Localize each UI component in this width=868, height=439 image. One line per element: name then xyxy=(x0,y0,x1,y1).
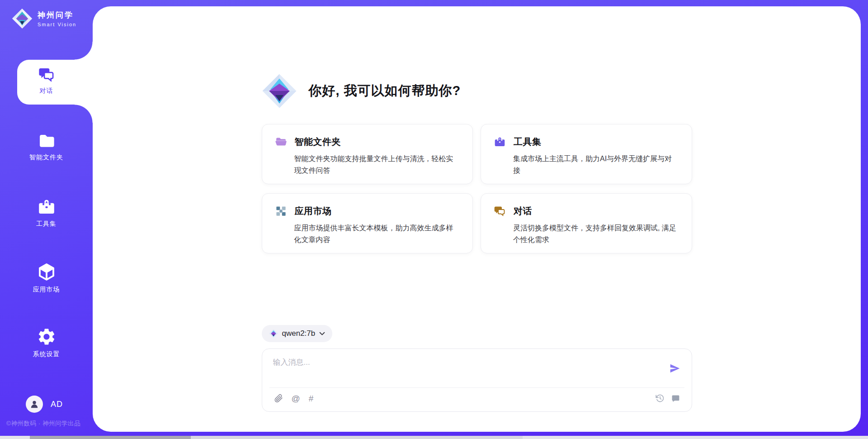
history-button[interactable] xyxy=(656,394,665,403)
card-description: 集成市场上主流工具，助力AI与外界无缝扩展与对接 xyxy=(513,153,679,176)
feedback-button[interactable] xyxy=(671,394,680,403)
feature-cards: 智能文件夹 智能文件夹功能支持批量文件上传与清洗，轻松实现文件问答 xyxy=(262,124,692,253)
card-chat[interactable]: 对话 灵活切换多模型文件，支持多样回复效果调试, 满足个性化需求 xyxy=(481,193,692,253)
gear-icon xyxy=(37,327,57,347)
card-title: 应用市场 xyxy=(295,205,332,217)
card-title: 工具集 xyxy=(514,136,542,148)
feedback-chat-icon xyxy=(671,394,680,403)
card-title: 对话 xyxy=(514,205,532,217)
sidebar-item-label: 系统设置 xyxy=(33,350,60,358)
folder-open-icon xyxy=(275,136,287,148)
chat-bubbles-icon xyxy=(494,205,506,217)
sidebar-item-toolbox[interactable]: 工具集 xyxy=(0,197,93,228)
folder-icon xyxy=(38,132,56,150)
copyright-text: ©神州数码 · 神州问学出品 xyxy=(6,420,94,428)
toolbox-icon xyxy=(37,197,56,216)
avatar xyxy=(26,396,43,413)
sidebar-item-settings[interactable]: 系统设置 xyxy=(0,327,93,358)
sidebar: 神州问学 Smart Vision 对话 智能文件夹 xyxy=(0,0,93,439)
card-toolbox[interactable]: 工具集 集成市场上主流工具，助力AI与外界无缝扩展与对接 xyxy=(481,124,692,184)
card-description: 应用市场提供丰富长文本模板，助力高效生成多样化文章内容 xyxy=(294,222,460,245)
composer-toolbar: @ # xyxy=(274,394,680,403)
hero-diamond-logo-icon xyxy=(262,73,297,109)
model-selector[interactable]: qwen2:7b xyxy=(262,325,333,342)
sidebar-item-label: 工具集 xyxy=(36,220,57,228)
briefcase-icon xyxy=(494,136,506,148)
card-title: 智能文件夹 xyxy=(295,136,341,148)
sidebar-item-label: 智能文件夹 xyxy=(29,153,63,162)
brand-logo-diamond-icon xyxy=(12,8,33,29)
brand: 神州问学 Smart Vision xyxy=(12,8,76,29)
app-grid-icon xyxy=(275,205,287,217)
user-profile[interactable]: AD xyxy=(26,396,63,413)
cube-icon xyxy=(37,262,57,282)
sidebar-item-label: 对话 xyxy=(40,87,53,95)
scrollbar-track-segment xyxy=(191,436,523,439)
model-name: qwen2:7b xyxy=(282,329,316,338)
card-description: 智能文件夹功能支持批量文件上传与清洗，轻松实现文件问答 xyxy=(294,153,460,176)
sidebar-item-app-market[interactable]: 应用市场 xyxy=(0,262,93,294)
send-icon xyxy=(669,363,681,374)
chat-icon xyxy=(38,66,55,83)
history-icon xyxy=(656,394,665,403)
chevron-down-icon xyxy=(319,332,325,336)
main-panel: 你好, 我可以如何帮助你? 智能文件夹 智能文件夹功能支持批量文件上传与清洗，轻… xyxy=(93,6,861,432)
message-input-box: @ # xyxy=(262,348,692,412)
message-input[interactable] xyxy=(273,357,653,385)
composer-area: qwen2:7b xyxy=(262,325,692,412)
card-app-market[interactable]: 应用市场 应用市场提供丰富长文本模板，助力高效生成多样化文章内容 xyxy=(262,193,473,253)
card-smart-folder[interactable]: 智能文件夹 智能文件夹功能支持批量文件上传与清洗，轻松实现文件问答 xyxy=(262,124,473,184)
attachment-button[interactable] xyxy=(274,394,283,403)
sidebar-item-chat[interactable]: 对话 xyxy=(0,66,93,95)
send-button[interactable] xyxy=(669,363,681,374)
brand-subtitle: Smart Vision xyxy=(38,22,76,27)
greeting-block: 你好, 我可以如何帮助你? xyxy=(262,73,461,109)
card-description: 灵活切换多模型文件，支持多样回复效果调试, 满足个性化需求 xyxy=(513,222,679,245)
sidebar-item-label: 应用市场 xyxy=(33,286,60,294)
user-name: AD xyxy=(51,400,63,409)
person-icon xyxy=(29,399,40,410)
greeting-title: 你好, 我可以如何帮助你? xyxy=(309,82,461,100)
hashtag-button[interactable]: # xyxy=(309,394,314,403)
mention-button[interactable]: @ xyxy=(292,394,300,403)
horizontal-scrollbar[interactable] xyxy=(0,436,868,439)
sidebar-item-smart-folder[interactable]: 智能文件夹 xyxy=(0,132,93,162)
scrollbar-thumb[interactable] xyxy=(30,436,191,439)
paperclip-icon xyxy=(274,394,283,403)
composer-divider xyxy=(269,387,684,388)
model-diamond-logo-icon xyxy=(269,329,278,338)
brand-name: 神州问学 xyxy=(38,10,76,20)
